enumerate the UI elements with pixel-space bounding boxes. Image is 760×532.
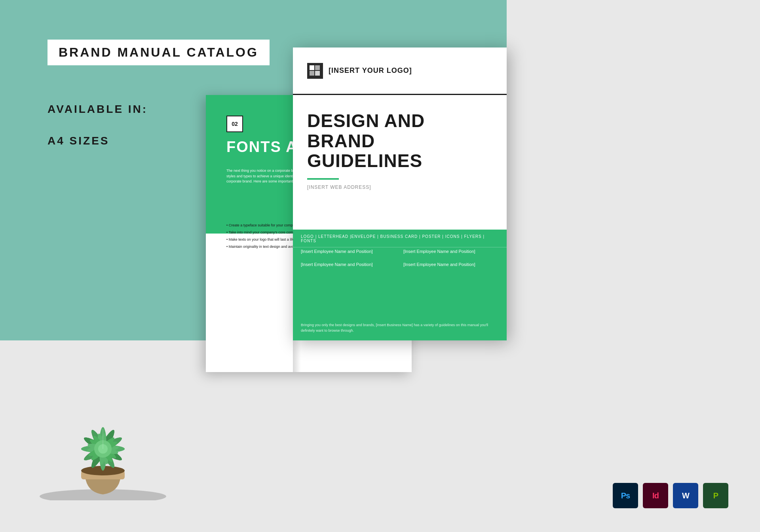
page: BRAND MANUAL CATALOG AVAILABLE IN: A4 SI… bbox=[0, 0, 760, 532]
svg-rect-26 bbox=[315, 65, 320, 70]
book-front-header: [INSERT YOUR LOGO] bbox=[293, 48, 507, 95]
logo-placeholder-text: [INSERT YOUR LOGO] bbox=[329, 66, 412, 75]
svg-rect-27 bbox=[310, 71, 314, 76]
book-front-cover: [INSERT YOUR LOGO] DESIGN AND BRAND GUID… bbox=[293, 48, 507, 340]
word-icon: W bbox=[673, 483, 698, 508]
book-front-title: DESIGN AND BRAND GUIDELINES bbox=[307, 111, 492, 171]
plant-decoration bbox=[24, 334, 182, 500]
employee-2: [Insert Employee Name and Position] bbox=[403, 249, 499, 255]
indesign-icon: Id bbox=[643, 483, 668, 508]
book-front-title-area: DESIGN AND BRAND GUIDELINES [INSERT WEB … bbox=[307, 111, 492, 190]
book-back-page-number: 02 bbox=[226, 116, 243, 132]
book-front-employees-grid: [Insert Employee Name and Position] [Ins… bbox=[301, 249, 499, 268]
logo-icon-svg bbox=[310, 65, 321, 76]
title-line-2: BRAND GUIDELINES bbox=[307, 131, 422, 171]
brand-label-text: BRAND MANUAL CATALOG bbox=[59, 45, 258, 59]
plant-svg bbox=[24, 334, 182, 500]
photoshop-icon: Ps bbox=[613, 483, 638, 508]
book-front-nav-items: LOGO | LETTERHEAD |ENVELOPE | BUSINESS C… bbox=[293, 234, 507, 247]
title-line-1: DESIGN AND bbox=[307, 110, 425, 131]
brand-label-box: BRAND MANUAL CATALOG bbox=[48, 40, 270, 65]
employee-4: [Insert Employee Name and Position] bbox=[403, 262, 499, 268]
svg-rect-28 bbox=[315, 71, 320, 76]
logo-icon bbox=[307, 63, 323, 79]
available-in-text: AVAILABLE IN: bbox=[48, 103, 148, 116]
software-icons-row: Ps Id W P bbox=[613, 483, 728, 508]
a4-sizes-text: A4 SIZES bbox=[48, 135, 109, 147]
powerpoint-icon: P bbox=[703, 483, 728, 508]
book-front-footer-text: Bringing you only the best designs and b… bbox=[301, 323, 499, 333]
book-front-green-section: LOGO | LETTERHEAD |ENVELOPE | BUSINESS C… bbox=[293, 230, 507, 340]
employee-3: [Insert Employee Name and Position] bbox=[301, 262, 396, 268]
employee-1: [Insert Employee Name and Position] bbox=[301, 249, 396, 255]
book-front-accent-bar bbox=[307, 178, 339, 180]
book-front-web-address: [INSERT WEB ADDRESS] bbox=[307, 184, 492, 190]
svg-rect-25 bbox=[310, 65, 314, 70]
